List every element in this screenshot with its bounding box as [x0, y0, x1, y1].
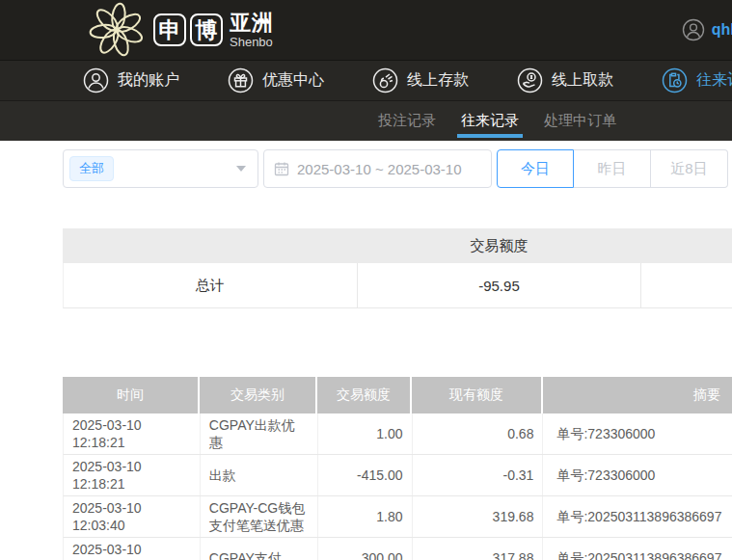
- tab-label: 投注记录: [378, 112, 436, 130]
- nav-label: 线上存款: [407, 70, 469, 91]
- top-header: 申 博 亚洲 Shenbo qhh: [0, 0, 732, 60]
- cell-time: 2025-03-10 12:03:40: [64, 496, 201, 537]
- user-circle-icon: [83, 67, 109, 93]
- last-8-days-button[interactable]: 近8日: [651, 149, 728, 188]
- chevron-down-icon: [236, 166, 246, 172]
- cell-amount: -415.00: [318, 455, 413, 495]
- cell-remark: 单号:202503113896386697: [543, 496, 732, 537]
- type-select[interactable]: 全部: [63, 149, 258, 188]
- cell-type: CGPAY出款优惠: [201, 413, 318, 454]
- cell-balance: 317.88: [413, 538, 544, 560]
- username-label[interactable]: qhh: [712, 21, 732, 39]
- nav-item-deposit[interactable]: 线上存款: [372, 67, 469, 93]
- yesterday-button[interactable]: 昨日: [574, 149, 651, 188]
- nav-label: 线上取款: [552, 70, 613, 91]
- calendar-icon: [274, 161, 289, 176]
- table-row: 2025-03-10 12:18:21 CGPAY出款优惠 1.00 0.68 …: [63, 413, 732, 455]
- date-range-value: 2025-03-10 ~ 2025-03-10: [297, 161, 462, 177]
- cell-time: 2025-03-10 12:18:21: [64, 413, 201, 454]
- col-header-time: 时间: [63, 377, 200, 413]
- cell-type: CGPAY支付: [201, 538, 318, 560]
- hand-coins-icon: [372, 67, 398, 93]
- summary-table: 交易额度 总计 -95.95: [63, 228, 732, 308]
- user-account-menu[interactable]: qhh: [682, 18, 732, 41]
- nav-label: 我的账户: [118, 70, 179, 91]
- tab-label: 处理中订单: [544, 112, 616, 130]
- nav-item-promotions[interactable]: 优惠中心: [228, 67, 324, 93]
- cell-time: 2025-03-10 12:18:21: [64, 455, 201, 495]
- flower-logo-icon: [82, 2, 151, 58]
- filter-row: 全部 2025-03-10 ~ 2025-03-10 今日 昨日 近8日: [63, 149, 732, 188]
- date-range-input[interactable]: 2025-03-10 ~ 2025-03-10: [263, 149, 492, 188]
- cell-balance: 0.68: [413, 413, 544, 454]
- summary-header-spacer: [641, 228, 732, 263]
- gift-icon: [228, 67, 254, 93]
- hand-dollar-icon: [517, 67, 543, 93]
- clipboard-clock-icon: [662, 67, 688, 93]
- logo-region-en: Shenbo: [230, 36, 274, 48]
- nav-item-my-account[interactable]: 我的账户: [83, 67, 179, 93]
- logo-char-shen: 申: [153, 13, 186, 46]
- cell-amount: 1.80: [318, 496, 413, 537]
- tab-pending-orders[interactable]: 处理中订单: [538, 101, 622, 141]
- summary-total-label: 总计: [64, 263, 358, 307]
- nav-label: 优惠中心: [262, 70, 324, 91]
- selected-type-tag: 全部: [69, 156, 114, 181]
- summary-total-amount: -95.95: [358, 263, 642, 307]
- records-table-header: 时间 交易类别 交易额度 现有额度 摘要: [63, 377, 732, 413]
- cell-type: 出款: [201, 455, 318, 495]
- logo-region-cn: 亚洲: [230, 13, 274, 34]
- col-header-remark: 摘要: [543, 377, 732, 413]
- tab-transaction-records[interactable]: 往来记录: [455, 101, 525, 141]
- summary-table-header: 交易额度: [63, 228, 732, 263]
- avatar-icon: [682, 18, 705, 41]
- cell-amount: 1.00: [318, 413, 413, 454]
- col-header-balance: 现有额度: [412, 377, 543, 413]
- col-header-amount: 交易额度: [317, 377, 412, 413]
- tab-betting-records[interactable]: 投注记录: [372, 101, 442, 141]
- tab-label: 往来记录: [461, 112, 519, 130]
- table-row: 2025-03-10 12:03:40 CGPAY-CG钱包支付笔笔送优惠 1.…: [63, 496, 732, 538]
- content-area: 全部 2025-03-10 ~ 2025-03-10 今日 昨日 近8日 交易额…: [63, 141, 732, 560]
- cell-balance: -0.31: [413, 455, 544, 495]
- summary-total-row: 总计 -95.95: [63, 263, 732, 308]
- nav-label: 往来记录: [696, 70, 732, 91]
- cell-type: CGPAY-CG钱包支付笔笔送优惠: [201, 496, 318, 537]
- nav-item-transaction-records[interactable]: 往来记录: [662, 67, 732, 93]
- nav-item-withdraw[interactable]: 线上取款: [517, 67, 613, 93]
- cell-time: 2025-03-10 12:03:40: [64, 538, 201, 560]
- table-row: 2025-03-10 12:18:21 出款 -415.00 -0.31 单号:…: [63, 455, 732, 496]
- quick-date-button-group: 今日 昨日 近8日: [497, 149, 728, 188]
- cell-remark: 单号:723306000: [543, 455, 732, 495]
- table-row: 2025-03-10 12:03:40 CGPAY支付 300.00 317.8…: [63, 538, 732, 560]
- summary-header-spacer: [63, 228, 357, 263]
- summary-empty-cell: [641, 263, 732, 307]
- logo-char-bo: 博: [190, 13, 223, 46]
- records-table: 时间 交易类别 交易额度 现有额度 摘要 2025-03-10 12:18:21…: [63, 377, 732, 560]
- cell-amount: 300.00: [318, 538, 413, 560]
- cell-balance: 319.68: [413, 496, 544, 537]
- cell-remark: 单号:202503113896386697: [543, 538, 732, 560]
- record-tabs: 投注记录 往来记录 处理中订单: [0, 100, 732, 141]
- summary-header-amount: 交易额度: [357, 228, 641, 263]
- cell-remark: 单号:723306000: [543, 413, 732, 454]
- main-nav: 我的账户 优惠中心 线上存款 线上取款: [0, 60, 732, 100]
- today-button[interactable]: 今日: [497, 149, 574, 188]
- col-header-type: 交易类别: [200, 377, 317, 413]
- logo-region: 亚洲 Shenbo: [230, 13, 274, 48]
